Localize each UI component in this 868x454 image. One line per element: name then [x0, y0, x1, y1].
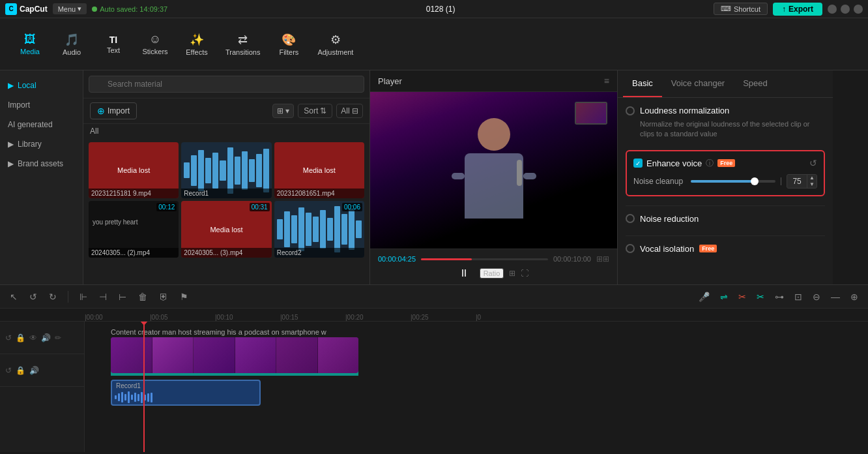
view-toggle-button[interactable]: ⊞ ▾: [272, 104, 294, 118]
maximize-button[interactable]: [841, 5, 850, 14]
volume2-icon[interactable]: 🔊: [29, 366, 39, 375]
toolbar-media[interactable]: 🖼 Media: [10, 27, 50, 61]
playhead-triangle: [139, 322, 149, 325]
sort-button[interactable]: Sort ⇅: [298, 104, 332, 118]
media-item[interactable]: you pretty heart 00:12 20240305... (2).m…: [89, 201, 179, 257]
media-item[interactable]: Record1: [181, 142, 271, 198]
dash-button[interactable]: —: [828, 290, 843, 304]
reset-button[interactable]: ↺: [809, 158, 817, 168]
player-title: Player: [378, 76, 402, 86]
nav-brand-assets[interactable]: ▶ Brand assets: [0, 154, 83, 174]
flag-button[interactable]: ⚑: [177, 290, 192, 304]
main-toolbar: 🖼 Media 🎵 Audio TI Text ☺ Stickers ✨ Eff…: [0, 18, 868, 70]
nav-library[interactable]: ▶ Library: [0, 134, 83, 154]
shield-button[interactable]: ⛨: [156, 290, 171, 304]
info-icon[interactable]: ⓘ: [706, 158, 714, 169]
tab-voice-changer[interactable]: Voice changer: [662, 70, 734, 97]
audio-cut-button[interactable]: ✂: [753, 290, 768, 304]
import-button[interactable]: ⊕ Import: [90, 102, 137, 119]
media-item[interactable]: Media lost 202312081651.mp4: [274, 142, 364, 198]
toolbar-effects[interactable]: ✨ Effects: [177, 27, 216, 61]
split-button[interactable]: ⊩: [76, 290, 91, 304]
lock-icon[interactable]: 🔒: [16, 333, 25, 342]
loudness-checkbox[interactable]: [626, 106, 635, 115]
cursor-tool[interactable]: ↖: [7, 290, 21, 304]
redo-button[interactable]: ↻: [46, 290, 60, 304]
enhance-voice-checkbox[interactable]: ✓: [633, 159, 643, 168]
right-tabs: Basic Voice changer Speed: [618, 70, 833, 98]
mic-button[interactable]: 🎤: [695, 290, 713, 304]
eye-icon[interactable]: 👁: [29, 333, 37, 342]
volume-icon[interactable]: 🔊: [41, 333, 51, 342]
nav-local[interactable]: ▶ Local: [0, 76, 83, 95]
canvas-button[interactable]: ⊡: [791, 290, 805, 304]
play-button[interactable]: ⏸: [459, 267, 469, 279]
adjustment-icon: ⚙: [330, 33, 341, 47]
trim-right-button[interactable]: ⊢: [115, 290, 130, 304]
nav-import[interactable]: Import: [0, 95, 83, 115]
main-content: ▶ Local Import AI generated ▶ Library ▶ …: [0, 70, 868, 284]
nav-ai-generated[interactable]: AI generated: [0, 115, 83, 134]
toolbar-audio[interactable]: 🎵 Audio: [52, 27, 91, 61]
shortcut-button[interactable]: ⌨ Shortcut: [714, 3, 768, 15]
toolbar-transitions[interactable]: ⇄ Transitions: [219, 27, 267, 61]
timeline-toolbar: ↖ ↺ ↻ ⊩ ⊣ ⊢ 🗑 ⛨ ⚑ 🎤 ⇌ ✂ ✂ ⊶ ⊡ ⊖ — ⊕: [0, 285, 868, 309]
audio-track[interactable]: Record1: [111, 380, 261, 406]
player-time-bar: 00:00:04:25 00:00:10:00 ⊞⊞: [378, 254, 609, 264]
toolbar-filters[interactable]: 🎨 Filters: [269, 27, 308, 61]
menu-button[interactable]: Menu ▾: [53, 3, 87, 14]
noise-reduction-checkbox[interactable]: [626, 214, 635, 223]
toolbar-text[interactable]: TI Text: [94, 29, 133, 59]
tab-speed[interactable]: Speed: [734, 70, 777, 97]
delete-button[interactable]: 🗑: [135, 290, 151, 304]
edit-icon[interactable]: ✏: [55, 333, 61, 342]
toolbar-adjustment[interactable]: ⚙ Adjustment: [311, 27, 360, 61]
export-button[interactable]: ↑ Export: [773, 3, 822, 16]
slider-thumb[interactable]: [751, 177, 759, 185]
spinner-down[interactable]: ▼: [807, 181, 817, 188]
zoom-button[interactable]: ⊕: [847, 290, 861, 304]
auto-save-dot: [92, 7, 97, 12]
noise-cleanup-slider[interactable]: [691, 180, 775, 183]
effects-icon: ✨: [190, 33, 204, 47]
lock2-icon[interactable]: 🔒: [16, 366, 25, 375]
noise-reduction-row: Noise reduction: [626, 214, 825, 224]
trim-left-button[interactable]: ⊣: [96, 290, 110, 304]
ratio-button[interactable]: Ratio: [480, 268, 504, 279]
sync-icon[interactable]: ↺: [5, 366, 12, 375]
media-icon: 🖼: [24, 33, 36, 46]
search-input[interactable]: [89, 76, 364, 93]
project-name: 0128 (1): [426, 5, 456, 14]
rotate-icon[interactable]: ↺: [5, 333, 12, 342]
app-logo: C CapCut: [5, 3, 48, 15]
media-search-area: 🔍: [83, 70, 369, 98]
grid-icon[interactable]: ⊞: [509, 269, 515, 278]
minimize-button[interactable]: [828, 5, 837, 14]
media-item[interactable]: Media lost 00:31 20240305... (3).mp4: [181, 201, 271, 257]
minus-button[interactable]: ⊖: [809, 290, 824, 304]
player-controls: 00:00:04:25 00:00:10:00 ⊞⊞ ⏸ Ratio ⊞ ⛶: [370, 249, 617, 284]
media-item[interactable]: 00:06 Record2: [274, 201, 364, 257]
close-button[interactable]: [854, 5, 863, 14]
duration-badge: 00:12: [156, 203, 177, 211]
player-header: Player ≡: [370, 70, 617, 92]
align-center-button[interactable]: ⊶: [772, 290, 787, 304]
tab-basic[interactable]: Basic: [623, 70, 662, 97]
app-name: CapCut: [20, 5, 48, 14]
clip-link-button[interactable]: ⇌: [717, 290, 731, 304]
video-track[interactable]: Content creator man host streaming his a…: [111, 328, 358, 376]
progress-bar[interactable]: [421, 258, 548, 260]
player-menu-button[interactable]: ≡: [604, 76, 609, 86]
fullscreen-icon[interactable]: ⛶: [521, 269, 528, 278]
filter-all-button[interactable]: All ⊟: [336, 104, 363, 118]
free-badge: Free: [717, 159, 735, 167]
undo-button[interactable]: ↺: [26, 290, 40, 304]
video-cut-button[interactable]: ✂: [735, 290, 749, 304]
vocal-isolation-checkbox[interactable]: [626, 244, 635, 253]
spinner-up[interactable]: ▲: [807, 175, 817, 181]
playhead[interactable]: [143, 322, 145, 452]
media-item[interactable]: Media lost 20231215181 9.mp4: [89, 142, 179, 198]
toolbar-stickers[interactable]: ☺ Stickers: [136, 27, 175, 61]
media-section-label: All: [83, 124, 369, 140]
slider-divider: [781, 177, 781, 185]
